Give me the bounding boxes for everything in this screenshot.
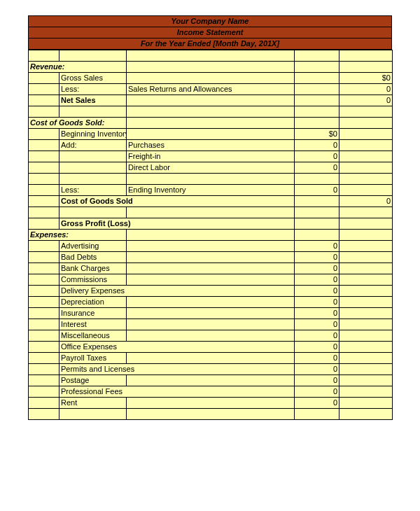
header-title: Income Statement [28,27,392,38]
row-payroll: Payroll Taxes [59,353,127,364]
row-delivery: Delivery Expenses [59,286,295,297]
val-delivery: 0 [295,286,340,297]
val-beg-inv: $0 [295,129,340,140]
val-depreciation: 0 [295,297,340,308]
row-end-inv: Ending Inventory [127,185,295,196]
val-bank-charges: 0 [295,263,340,274]
row-less2: Less: [59,185,127,196]
val-cogs-total: 0 [340,196,393,207]
row-bad-debts: Bad Debts [59,252,127,263]
row-add: Add: [59,140,127,151]
row-commissions: Commissions [59,274,127,286]
row-gross-profit: Gross Profit (Loss) [59,218,295,230]
section-expenses: Expenses: [29,230,127,241]
row-gross-sales: Gross Sales [59,73,127,84]
val-direct-labor: 0 [295,162,340,174]
statement-table: Revenue: Gross Sales$0 Less:Sales Return… [28,50,393,420]
val-payroll: 0 [295,353,340,364]
val-insurance: 0 [295,308,340,319]
row-postage: Postage [59,375,127,386]
row-bank-charges: Bank Charges [59,263,127,274]
row-interest: Interest [59,319,127,330]
val-bad-debts: 0 [295,252,340,263]
header-company: Your Company Name [28,15,392,27]
row-office: Office Expenses [59,342,295,353]
row-permits: Permits and Licenses [59,364,295,375]
income-statement-sheet: Your Company Name Income Statement For t… [28,15,392,420]
val-sales-returns: 0 [340,84,393,95]
row-cogs-total: Cost of Goods Sold [59,196,295,207]
val-net-sales: 0 [340,95,393,106]
val-permits: 0 [295,364,340,375]
val-commissions: 0 [295,274,340,286]
row-beg-inv: Beginning Inventory [59,129,127,140]
row-freight: Freight-in [127,151,295,162]
row-sales-returns: Sales Returns and Allowances [127,84,295,95]
row-less1: Less: [59,84,127,95]
row-net-sales: Net Sales [59,95,127,106]
section-cogs: Cost of Goods Sold: [29,118,127,129]
row-purchases: Purchases [127,140,295,151]
val-advertising: 0 [295,241,340,252]
val-purchases: 0 [295,140,340,151]
row-misc: Miscellaneous [59,330,127,342]
row-direct-labor: Direct Labor [127,162,295,174]
val-gross-sales: $0 [340,73,393,84]
row-prof-fees: Professional Fees [59,386,295,398]
row-advertising: Advertising [59,241,127,252]
val-interest: 0 [295,319,340,330]
row-rent: Rent [59,398,127,409]
val-prof-fees: 0 [295,386,340,398]
val-rent: 0 [295,398,340,409]
header-period: For the Year Ended [Month Day, 201X] [28,38,392,50]
val-postage: 0 [295,375,340,386]
val-misc: 0 [295,330,340,342]
row-insurance: Insurance [59,308,127,319]
val-freight: 0 [295,151,340,162]
val-end-inv: 0 [295,185,340,196]
val-office: 0 [295,342,340,353]
row-depreciation: Depreciation [59,297,127,308]
section-revenue: Revenue: [29,62,127,73]
